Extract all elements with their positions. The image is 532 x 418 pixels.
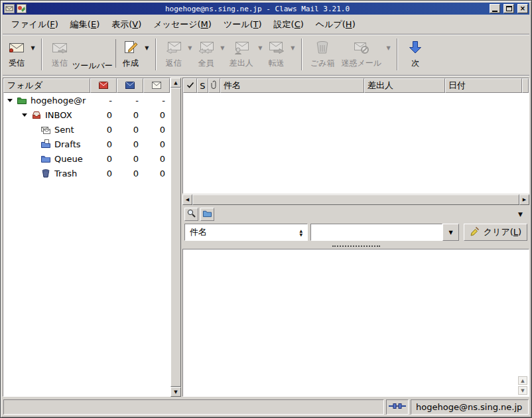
total-count: 0 [143, 125, 170, 135]
forward-dropdown-arrow[interactable]: ▼ [289, 36, 297, 74]
send-queued-button[interactable]: 送信 [47, 36, 72, 74]
expander-icon[interactable] [22, 113, 27, 117]
maximize-button[interactable] [503, 4, 514, 13]
quicksearch-bar: ▼ [182, 205, 529, 222]
expander-icon[interactable] [7, 99, 13, 102]
menu-help[interactable]: ヘルプ(H) [310, 15, 362, 34]
new-count: 0 [90, 139, 117, 149]
message-view-scrollbar[interactable]: ▲ ▼ [518, 376, 527, 395]
scroll-down-button[interactable]: ▼ [518, 386, 527, 395]
scrollbar-thumb[interactable] [192, 194, 519, 205]
new-count: 0 [90, 125, 117, 135]
quicksearch-controls: 件名 ▲▼ ▼ クリア(L) [182, 222, 529, 243]
unread-count: 0 [117, 139, 143, 149]
receive-mail-button[interactable]: 受信 [4, 36, 29, 74]
folder-column-header[interactable]: フォルダ [3, 78, 90, 93]
folder-tree: hogehoge@r - - - INBOX 0 0 0 [3, 93, 170, 396]
next-group: 次 [403, 36, 428, 74]
receive-label: 受信 [9, 58, 25, 69]
quicksearch-toggle-button[interactable] [184, 208, 198, 221]
drafts-folder-icon [40, 139, 51, 149]
junk-mail-button[interactable]: 迷惑メール [338, 36, 385, 74]
menu-tools[interactable]: ツール(T) [218, 15, 268, 34]
move-to-trash-button[interactable]: ごみ箱 [307, 36, 338, 74]
window-menu-mail-icon[interactable] [4, 4, 15, 13]
junk-dropdown-arrow[interactable]: ▼ [385, 36, 392, 74]
folder-row-trash[interactable]: Trash 0 0 0 [3, 166, 170, 180]
toolbar-mini-separator [115, 39, 116, 68]
scroll-left-button[interactable]: ◀ [182, 194, 192, 205]
reply-group: 返信 ▼ [161, 36, 194, 74]
status-column-header[interactable]: S [197, 78, 208, 93]
folder-pane-header: フォルダ [3, 78, 170, 93]
grip-dots [332, 245, 380, 247]
column-header-stub [522, 78, 529, 93]
mark-column-header[interactable] [183, 78, 197, 93]
message-list-hscrollbar[interactable]: ◀ ▶ [182, 194, 529, 205]
from-column-header[interactable]: 差出人 [364, 78, 445, 93]
clear-search-button[interactable]: クリア(L) [464, 224, 527, 241]
new-count-column-header[interactable] [90, 78, 117, 93]
reply-all-button[interactable]: 全員 [194, 36, 219, 74]
current-account-selector[interactable]: hogehoge@ns.sing.ne.jp [411, 399, 529, 415]
claws-mail-window: hogehoge@ns.sing.ne.jp - Claws Mail 3.21… [0, 0, 532, 418]
next-unread-button[interactable]: 次 [403, 36, 428, 74]
receive-dropdown-arrow[interactable]: ▼ [29, 36, 36, 74]
folder-row-queue[interactable]: Queue 0 0 0 [3, 151, 170, 166]
reply-all-label: 全員 [198, 58, 214, 69]
folder-row-account[interactable]: hogehoge@r - - - [3, 93, 170, 107]
unread-count: 0 [117, 154, 143, 164]
statusbar: hogehoge@ns.sing.ne.jp [3, 397, 529, 415]
folder-name: Sent [54, 125, 90, 135]
reply-all-dropdown-arrow[interactable]: ▼ [219, 36, 226, 74]
menu-configuration[interactable]: 設定(C) [268, 15, 310, 34]
scroll-right-button[interactable]: ▶ [519, 194, 529, 205]
forward-group: 転送 ▼ [264, 36, 297, 74]
scroll-up-button[interactable]: ▲ [518, 376, 527, 385]
total-count-column-header[interactable] [143, 78, 170, 93]
subject-column-header[interactable]: 件名 [220, 78, 364, 93]
pane-resize-grip[interactable] [182, 243, 529, 249]
scroll-down-button[interactable]: ▼ [170, 387, 181, 397]
account-name: hogehoge@ns.sing.ne.jp [416, 402, 522, 412]
scrollbar-thumb[interactable] [170, 88, 181, 387]
folder-row-drafts[interactable]: Drafts 0 0 0 [3, 137, 170, 151]
unread-count: 0 [117, 169, 143, 178]
reply-sender-dropdown-arrow[interactable]: ▼ [257, 36, 264, 74]
menu-file[interactable]: ファイル(F) [5, 15, 64, 34]
folder-name: hogehoge@r [31, 96, 90, 105]
menu-view[interactable]: 表示(V) [105, 15, 147, 34]
minimize-button[interactable] [490, 4, 500, 13]
online-toggle-button[interactable] [386, 399, 409, 415]
date-column-header[interactable]: 日付 [445, 78, 522, 93]
compose-button[interactable]: 作成 [118, 36, 143, 74]
junk-mail-icon [353, 38, 370, 56]
reply-button[interactable]: 返信 [161, 36, 186, 74]
message-view[interactable]: ▲ ▼ [182, 249, 529, 397]
menu-message[interactable]: メッセージ(M) [147, 15, 218, 34]
search-input[interactable] [310, 224, 442, 241]
unread-count-column-header[interactable] [117, 78, 143, 93]
menu-edit[interactable]: 編集(E) [64, 15, 105, 34]
folder-row-sent[interactable]: Sent 0 0 0 [3, 122, 170, 137]
compose-dropdown-arrow[interactable]: ▼ [143, 36, 151, 74]
reply-dropdown-arrow[interactable]: ▼ [186, 36, 194, 74]
junk-group: 迷惑メール ▼ [338, 36, 392, 74]
menubar: ファイル(F) 編集(E) 表示(V) メッセージ(M) ツール(T) 設定(C… [3, 15, 529, 35]
quicksearch-expand-arrow[interactable]: ▼ [518, 211, 527, 218]
reply-sender-group: 差出人 ▼ [226, 36, 264, 74]
trash-folder-icon [40, 168, 51, 178]
search-folder-button[interactable] [200, 208, 214, 221]
scroll-up-button[interactable]: ▲ [170, 78, 181, 88]
search-type-combo[interactable]: 件名 ▲▼ [184, 224, 308, 241]
attachment-column-header[interactable] [208, 78, 220, 93]
titlebar[interactable]: hogehoge@ns.sing.ne.jp - Claws Mail 3.21… [3, 3, 529, 15]
message-list-body[interactable] [183, 93, 529, 193]
folder-pane-scrollbar[interactable]: ▲ ▼ [170, 78, 181, 397]
reply-to-sender-button[interactable]: 差出人 [226, 36, 257, 74]
minimize-icon [492, 11, 498, 12]
search-history-dropdown[interactable]: ▼ [442, 224, 459, 241]
forward-button[interactable]: 転送 [264, 36, 289, 74]
folder-row-inbox[interactable]: INBOX 0 0 0 [3, 107, 170, 122]
close-button[interactable]: × [517, 4, 528, 13]
